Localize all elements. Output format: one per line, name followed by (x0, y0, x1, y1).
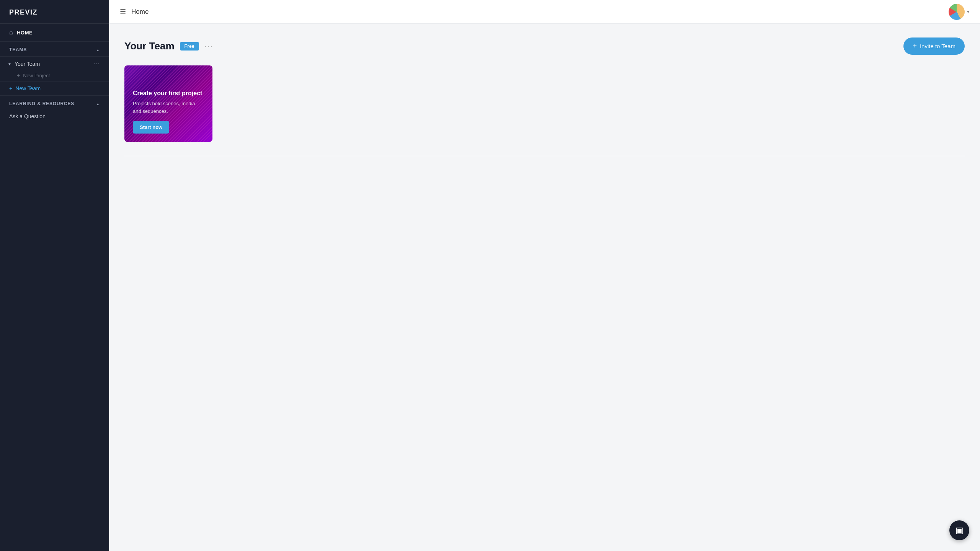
brand-logo: PREVIZ (0, 0, 109, 24)
team-chevron-icon: ▼ (8, 62, 11, 66)
invite-plus-icon: + (913, 42, 917, 50)
sidebar-teams-label: TEAMS (9, 47, 27, 52)
team-title: Your Team (124, 40, 175, 52)
header-left: ☰ Home (120, 8, 149, 16)
content-area: Your Team Free ··· + Invite to Team Crea… (109, 24, 980, 551)
avatar (949, 4, 965, 20)
header: ☰ Home ▾ (109, 0, 980, 24)
sidebar-item-your-team[interactable]: ▼ Your Team ··· (0, 57, 109, 70)
projects-grid: Create your first project Projects hold … (124, 65, 965, 142)
home-icon: ⌂ (9, 29, 13, 36)
resources-collapse-icon (96, 101, 100, 106)
new-project-label: New Project (23, 73, 50, 78)
hamburger-icon[interactable]: ☰ (120, 8, 126, 16)
sidebar-home-label: HOME (17, 30, 33, 36)
teams-collapse-icon (96, 47, 100, 52)
card-subtitle: Projects hold scenes, media and sequence… (133, 100, 204, 115)
sidebar: PREVIZ ⌂ HOME TEAMS ▼ Your Team ··· + Ne… (0, 0, 109, 551)
sidebar-new-project[interactable]: + New Project (0, 70, 109, 81)
create-project-card[interactable]: Create your first project Projects hold … (124, 65, 212, 142)
header-right: ▾ (949, 4, 969, 20)
team-header-left: Your Team Free ··· (124, 40, 213, 52)
main-area: ☰ Home ▾ Your Team Free ··· + Invite to … (109, 0, 980, 551)
header-title: Home (131, 8, 149, 16)
ask-question-label: Ask a Question (9, 113, 46, 119)
new-project-plus-icon: + (17, 72, 20, 78)
sidebar-new-team[interactable]: + New Team (0, 81, 109, 95)
card-content: Create your first project Projects hold … (124, 65, 212, 142)
team-item-left: ▼ Your Team (8, 61, 40, 67)
free-badge: Free (180, 42, 199, 51)
sidebar-resources-section[interactable]: LEARNING & RESOURCES (0, 95, 109, 110)
chat-icon: ▣ (956, 525, 964, 535)
chat-button[interactable]: ▣ (949, 520, 969, 540)
user-avatar-container[interactable]: ▾ (949, 4, 969, 20)
sidebar-resources-label: LEARNING & RESOURCES (9, 101, 74, 106)
start-now-button[interactable]: Start now (133, 121, 169, 134)
team-more-icon[interactable]: ··· (94, 60, 100, 67)
team-options-button[interactable]: ··· (204, 42, 213, 51)
sidebar-teams-section[interactable]: TEAMS (0, 42, 109, 57)
team-header: Your Team Free ··· + Invite to Team (124, 37, 965, 55)
card-title: Create your first project (133, 90, 204, 97)
team-name-label: Your Team (15, 61, 40, 67)
avatar-chevron-icon: ▾ (967, 9, 969, 15)
invite-btn-label: Invite to Team (920, 43, 956, 49)
invite-to-team-button[interactable]: + Invite to Team (903, 37, 965, 55)
sidebar-ask-question[interactable]: Ask a Question (0, 110, 109, 122)
sidebar-item-home[interactable]: ⌂ HOME (0, 24, 109, 42)
new-team-label: New Team (15, 85, 41, 91)
section-divider (124, 156, 965, 156)
new-team-plus-icon: + (9, 85, 12, 91)
